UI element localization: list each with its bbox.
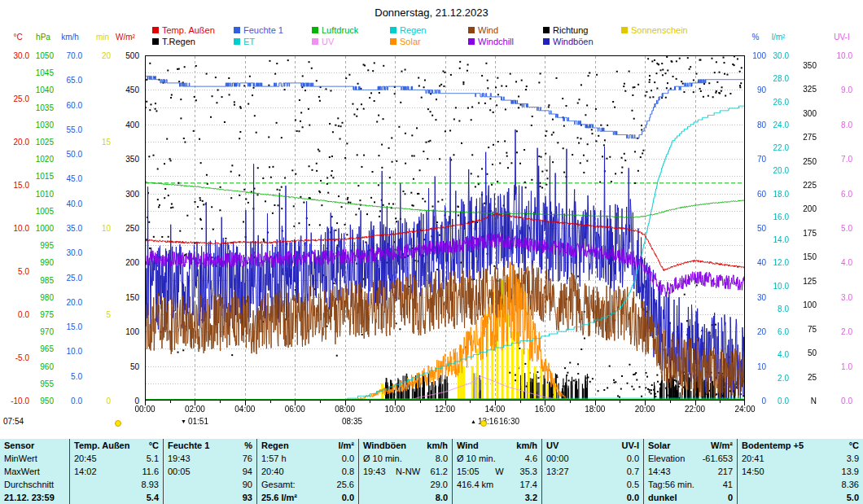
table-cell: 8.0 xyxy=(359,491,452,504)
event-marker-label: 16:30 xyxy=(499,417,519,426)
cell-label: 20:45 xyxy=(74,454,97,463)
table-cell: 00:000.0 xyxy=(542,452,643,465)
cell-value: 94 xyxy=(243,467,252,476)
table-cell: 5.0 xyxy=(738,491,863,504)
cell-label: Ø 10 min. xyxy=(457,454,496,463)
column-name: Temp. Außen xyxy=(74,440,129,450)
legend-label: Regen xyxy=(400,25,426,35)
legend-label: ET xyxy=(243,37,255,46)
axis-tick-label-pressure_hpa: 1050 xyxy=(21,51,54,60)
time-tick-label: 16:00 xyxy=(535,405,555,414)
table-column-header: Regenl/m² xyxy=(257,439,358,452)
axis-tick-label-wind_kmh: 10.0 xyxy=(50,347,82,356)
axis-header-rain_lm2: l/m² xyxy=(772,33,786,42)
table-column-header: UVUV-I xyxy=(542,439,643,452)
axis-tick-label-pressure_hpa: 975 xyxy=(21,310,54,319)
sun-icon xyxy=(115,420,121,427)
axis-tick-label-direction_deg: 200 xyxy=(784,204,817,213)
axis-tick-label-pressure_hpa: 1000 xyxy=(21,224,54,233)
cell-value: 0.0 xyxy=(342,454,354,463)
axis-tick-label-rain_lm2: 20.0 xyxy=(756,166,789,175)
table-cell: 19:43N-NW61.2 xyxy=(359,465,452,478)
axis-tick-label-solar_wm2: 200 xyxy=(107,258,139,267)
cell-value: 0.0 xyxy=(342,493,354,502)
axis-tick-label-pressure_hpa: 995 xyxy=(21,241,54,250)
table-column-header: Windkm/h xyxy=(453,439,541,452)
triangle-up-icon: ▲ xyxy=(471,418,476,426)
legend-label: Luftdruck xyxy=(322,25,358,35)
time-tick-label: 24:00 xyxy=(734,405,755,414)
cell-value: 0.0 xyxy=(627,493,639,502)
legend-label: T.Regen xyxy=(162,37,195,46)
axis-tick-label-rain_lm2: 28.0 xyxy=(756,74,789,83)
axis-tick-label-pressure_hpa: 1020 xyxy=(21,155,54,164)
legend-swatch-icon xyxy=(234,38,240,45)
table-column-wind: Windkm/hØ 10 min.4.615:05W35.3416.4 km17… xyxy=(452,439,541,504)
axis-tick-label-uv_index: 7.0 xyxy=(820,155,852,164)
axis-tick-label-direction_deg: 225 xyxy=(784,181,817,190)
legend-label: Wind xyxy=(478,25,498,35)
table-cell: MaxWert xyxy=(0,465,69,478)
axis-tick-label-pressure_hpa: 1025 xyxy=(21,138,54,147)
cell-label: Elevation xyxy=(648,454,685,463)
axis-tick-label-wind_kmh: 70.0 xyxy=(50,51,82,60)
cell-label: 20:41 xyxy=(742,454,764,463)
axis-tick-label-solar_wm2: 300 xyxy=(107,190,139,199)
table-column-header: SolarW/m² xyxy=(644,439,737,452)
cell-mid: W xyxy=(495,467,503,476)
cell-label: 21.12. 23:59 xyxy=(4,493,55,502)
sun-icon xyxy=(480,420,487,427)
axis-tick-label-temp_c: 5.0 xyxy=(0,267,29,276)
axis-tick-label-pressure_hpa: 980 xyxy=(21,293,54,302)
axis-tick-label-direction_deg: N xyxy=(784,397,817,405)
axis-tick-label-pressure_hpa: 1035 xyxy=(21,103,54,112)
table-column-uv: UVUV-I00:000.013:270.70.50.0 xyxy=(541,439,643,504)
cell-mid: N-NW xyxy=(396,467,420,476)
triangle-down-icon: ▼ xyxy=(181,418,186,426)
column-unit: °C xyxy=(149,440,159,450)
axis-tick-label-direction_deg: 150 xyxy=(784,252,817,261)
cell-value: 0.0 xyxy=(627,454,639,463)
cell-value: -61.653 xyxy=(703,454,733,463)
axis-tick-label-temp_c: 25.0 xyxy=(0,94,29,103)
cell-label: 00:05 xyxy=(168,467,191,476)
column-unit: km/h xyxy=(516,440,537,450)
table-cell: 93 xyxy=(164,491,256,504)
axis-tick-label-solar_wm2: 500 xyxy=(107,51,139,60)
legend-item: Solar xyxy=(390,37,421,46)
event-marker-label: 01:51 xyxy=(188,417,208,426)
legend-item: Wind xyxy=(468,25,498,35)
axis-tick-label-pressure_hpa: 960 xyxy=(21,362,54,371)
table-cell: 14:43217 xyxy=(644,465,737,478)
legend-swatch-icon xyxy=(543,27,550,33)
legend-label: Windchill xyxy=(478,37,514,46)
legend-swatch-icon xyxy=(543,38,550,45)
legend-swatch-icon xyxy=(468,38,475,45)
table-column-header: Sensor xyxy=(0,439,69,452)
time-tick-label: 12:00 xyxy=(435,405,455,414)
axis-tick-label-pressure_hpa: 970 xyxy=(21,327,54,336)
cell-value: 76 xyxy=(243,454,252,463)
table-cell: 0.0 xyxy=(542,491,643,504)
legend-item: Luftdruck xyxy=(312,25,358,35)
axis-tick-label-wind_kmh: 0.0 xyxy=(50,397,82,405)
cell-label: dunkel xyxy=(648,493,677,502)
cell-label: 13:27 xyxy=(546,467,569,476)
column-unit: km/h xyxy=(427,440,448,450)
axis-tick-label-direction_deg: 75 xyxy=(784,325,817,334)
axis-tick-label-direction_deg: 325 xyxy=(784,85,817,94)
axis-tick-label-pressure_hpa: 1005 xyxy=(21,207,54,216)
cell-value: 41 xyxy=(723,480,733,489)
axis-tick-label-rain_lm2: 24.0 xyxy=(756,121,789,129)
legend-item: Windchill xyxy=(468,37,514,46)
table-column-header: Temp. Außen°C xyxy=(70,439,163,452)
cell-value: 8.36 xyxy=(842,480,859,489)
table-cell: 29.0 xyxy=(359,478,452,491)
table-cell: 5.4 xyxy=(70,491,163,504)
table-column-regen: Regenl/m²1:57 h0.020:400.8Gesamt:25.625.… xyxy=(256,439,358,504)
cell-label: Tag:56 min. xyxy=(648,480,694,489)
axis-tick-label-humidity_pct: 90 xyxy=(734,85,766,94)
legend-label: Temp. Außen xyxy=(162,25,215,35)
axis-tick-label-pressure_hpa: 1010 xyxy=(21,190,54,199)
legend-label: Solar xyxy=(400,37,421,46)
